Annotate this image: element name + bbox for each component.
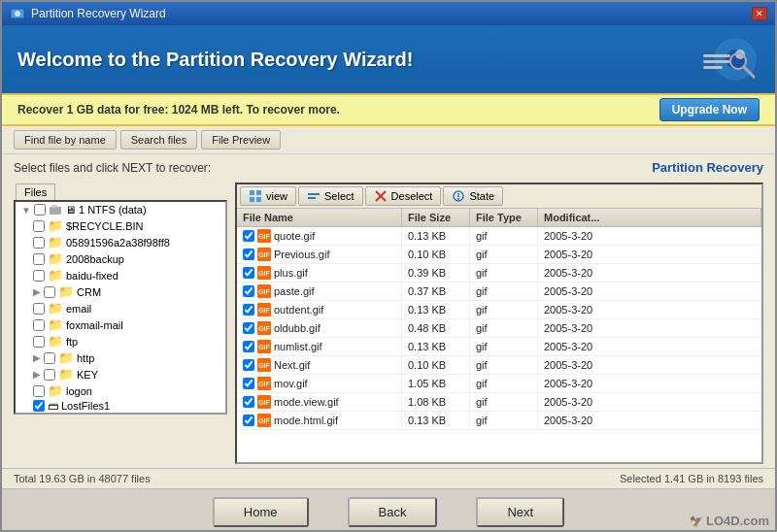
tree-item-label: KEY (77, 369, 98, 381)
back-button[interactable]: Back (348, 497, 438, 527)
file-checkbox[interactable] (243, 304, 254, 316)
header-icon (701, 35, 760, 83)
file-checkbox[interactable] (243, 359, 254, 371)
file-size: 0.48 KB (402, 320, 470, 336)
app-icon (10, 6, 25, 21)
tree-item-label: foxmail-mail (66, 319, 123, 331)
select-button[interactable]: Select (298, 186, 363, 206)
table-row[interactable]: GIF mode.html.gif 0.13 KB gif 2005-3-20 (237, 412, 761, 430)
tree-item[interactable]: 📁 2008backup (16, 250, 225, 267)
svg-rect-18 (308, 197, 316, 199)
deselect-button[interactable]: Deselect (365, 186, 442, 206)
table-row[interactable]: GIF outdent.gif 0.13 KB gif 2005-3-20 (237, 301, 761, 319)
file-checkbox[interactable] (243, 249, 254, 260)
table-row[interactable]: GIF quote.gif 0.13 KB gif 2005-3-20 (237, 227, 761, 246)
tree-item[interactable]: 📁 foxmail-mail (16, 316, 225, 333)
col-header-type: File Type (470, 209, 538, 226)
tree-item-label: baidu-fixed (66, 270, 118, 282)
folder-icon: 📁 (48, 251, 63, 266)
status-left: Total 19.63 GB in 48077 files (14, 473, 151, 484)
file-checkbox[interactable] (243, 341, 254, 352)
tree-item-checkbox[interactable] (44, 369, 55, 381)
file-type: gif (470, 394, 538, 410)
search-files-button[interactable]: Search files (120, 130, 197, 150)
file-checkbox[interactable] (243, 285, 254, 297)
file-name: quote.gif (274, 230, 315, 242)
table-row[interactable]: GIF Previous.gif 0.10 KB gif 2005-3-20 (237, 246, 761, 264)
folder-icon: 📁 (48, 235, 63, 249)
table-row[interactable]: GIF paste.gif 0.37 KB gif 2005-3-20 (237, 283, 761, 301)
tree-root-checkbox[interactable] (34, 204, 46, 216)
col-header-mod: Modificat... (538, 209, 761, 226)
tree-item[interactable]: 📁 baidu-fixed (16, 267, 225, 283)
file-checkbox[interactable] (243, 415, 254, 426)
tree-item[interactable]: 🗃 LostFiles1 (16, 399, 225, 413)
tree-item-checkbox[interactable] (33, 270, 45, 282)
file-name: numlist.gif (274, 341, 322, 352)
tree-item-checkbox[interactable] (33, 385, 45, 397)
view-button[interactable]: view (240, 186, 296, 206)
file-tree-panel[interactable]: ▼ 🖥 1 NTFS (data) 📁 $RECYCLE.BIN 📁 05891… (14, 200, 227, 415)
titlebar-left: Partition Recovery Wizard (10, 6, 166, 21)
tree-item-checkbox[interactable] (44, 352, 55, 364)
tree-item[interactable]: ▶ 📁 http (16, 349, 225, 366)
header-title: Welcome to the Partition Recovery Wizard… (17, 49, 413, 71)
file-checkbox[interactable] (243, 230, 254, 242)
file-modified: 2005-3-20 (538, 247, 761, 262)
table-row[interactable]: GIF mov.gif 1.05 KB gif 2005-3-20 (237, 375, 761, 393)
tree-item[interactable]: ▶ 📁 KEY (16, 366, 225, 382)
find-file-button[interactable]: Find file by name (14, 130, 117, 150)
tree-item-checkbox[interactable] (33, 220, 45, 232)
table-row[interactable]: GIF numlist.gif 0.13 KB gif 2005-3-20 (237, 338, 761, 356)
file-name: oldubb.gif (274, 322, 321, 334)
file-size: 1.05 KB (402, 376, 470, 391)
tree-item-label: $RECYCLE.BIN (66, 220, 143, 232)
file-modified: 2005-3-20 (538, 228, 761, 244)
file-type: gif (470, 247, 538, 262)
tree-item-checkbox[interactable] (33, 336, 45, 348)
tree-item-checkbox[interactable] (33, 303, 45, 315)
gif-icon: GIF (257, 266, 271, 280)
tree-item-checkbox[interactable] (44, 286, 55, 298)
tree-item[interactable]: 📁 05891596a2a38f98ff8 (16, 234, 225, 250)
view-label: view (266, 190, 287, 202)
file-type: gif (470, 357, 538, 373)
tree-item-checkbox[interactable] (33, 253, 45, 265)
file-preview-button[interactable]: File Preview (201, 130, 281, 150)
file-size: 0.39 KB (402, 265, 470, 281)
tree-item[interactable]: ▶ 📁 CRM (16, 283, 225, 300)
close-button[interactable]: ✕ (752, 7, 767, 20)
tree-item[interactable]: 📁 logon (16, 382, 225, 399)
folder-icon: 📁 (48, 383, 63, 398)
table-row[interactable]: GIF mode.view.gif 1.08 KB gif 2005-3-20 (237, 393, 761, 412)
tree-item[interactable]: 📁 ftp (16, 333, 225, 349)
home-button[interactable]: Home (213, 497, 309, 527)
tree-item[interactable]: 📁 $RECYCLE.BIN (16, 217, 225, 234)
file-checkbox[interactable] (243, 322, 254, 334)
next-button[interactable]: Next (476, 497, 564, 527)
table-row[interactable]: GIF oldubb.gif 0.48 KB gif 2005-3-20 (237, 319, 761, 338)
lost-files-icon: 🗃 (48, 400, 58, 412)
file-name: plus.gif (274, 267, 308, 279)
folder-icon: 📁 (48, 218, 63, 233)
table-row[interactable]: GIF Next.gif 0.10 KB gif 2005-3-20 (237, 356, 761, 375)
tree-item-checkbox[interactable] (33, 237, 45, 249)
tree-item[interactable]: 📁 email (16, 300, 225, 316)
file-name: Next.gif (274, 359, 310, 371)
svg-rect-13 (250, 190, 254, 195)
upgrade-button[interactable]: Upgrade Now (659, 98, 760, 121)
file-type: gif (470, 302, 538, 317)
file-name: mode.html.gif (274, 415, 338, 426)
state-button[interactable]: State (443, 186, 503, 206)
tree-item-checkbox[interactable] (33, 319, 45, 331)
files-tab[interactable]: Files (16, 183, 55, 200)
drive-icon (49, 203, 62, 216)
tree-item-checkbox[interactable] (33, 400, 45, 412)
table-row[interactable]: GIF plus.gif 0.39 KB gif 2005-3-20 (237, 264, 761, 283)
col-header-size: File Size (402, 209, 470, 226)
file-checkbox[interactable] (243, 267, 254, 279)
tree-item-label: email (66, 303, 91, 315)
tree-root[interactable]: ▼ 🖥 1 NTFS (data) (16, 202, 225, 217)
file-checkbox[interactable] (243, 396, 254, 408)
file-checkbox[interactable] (243, 378, 254, 389)
